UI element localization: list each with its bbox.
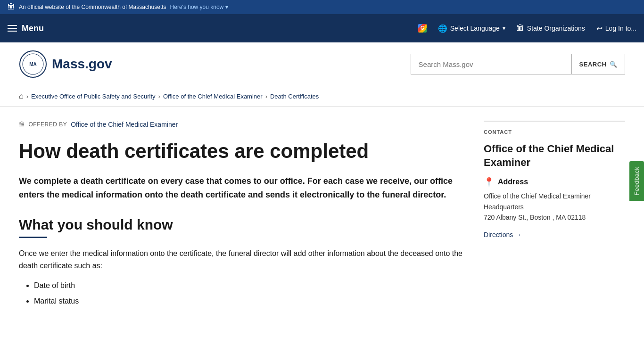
intro-text: We complete a death certificate on every… bbox=[19, 174, 465, 202]
main-container: 🏛 OFFERED BY Office of the Chief Medical… bbox=[0, 107, 644, 324]
menu-label: Menu bbox=[22, 24, 44, 33]
address-line-1: Office of the Chief Medical Examiner Hea… bbox=[484, 191, 625, 212]
list-item: Marital status bbox=[34, 295, 465, 308]
breadcrumb-separator: › bbox=[265, 93, 267, 100]
sidebar-org-name: Office of the Chief Medical Examiner bbox=[484, 142, 625, 169]
offered-by-org-link[interactable]: Office of the Chief Medical Examiner bbox=[71, 121, 178, 128]
login-link[interactable]: ↩ Log In to... bbox=[596, 24, 636, 33]
nav-right: G 🌐 Select Language ▾ 🏛 State Organizati… bbox=[418, 24, 636, 33]
bullet-list: Date of birth Marital status bbox=[19, 279, 465, 308]
map-pin-icon: 📍 bbox=[484, 177, 494, 187]
offered-by-label: OFFERED BY bbox=[29, 121, 67, 128]
content-area: 🏛 OFFERED BY Office of the Chief Medical… bbox=[19, 107, 465, 324]
hamburger-icon bbox=[8, 25, 17, 32]
search-icon: 🔍 bbox=[610, 61, 618, 68]
address-title: 📍 Address bbox=[484, 177, 625, 187]
search-button-label: SEARCH bbox=[579, 61, 607, 68]
section-heading: What you should know bbox=[19, 217, 465, 233]
chevron-down-icon: ▾ bbox=[503, 25, 505, 32]
search-input[interactable] bbox=[411, 54, 571, 74]
directions-link[interactable]: Directions → bbox=[484, 231, 625, 239]
contact-header: CONTACT bbox=[484, 121, 625, 135]
mass-gov-seal: MA bbox=[19, 50, 47, 78]
google-translate-icon[interactable]: G bbox=[418, 24, 427, 33]
language-label: Select Language bbox=[450, 25, 500, 32]
top-banner: 🏛 An official website of the Commonwealt… bbox=[0, 0, 644, 14]
address-section: 📍 Address Office of the Chief Medical Ex… bbox=[484, 177, 625, 239]
breadcrumb-separator: › bbox=[26, 93, 28, 100]
breadcrumb: ⌂ › Executive Office of Public Safety an… bbox=[0, 86, 644, 107]
language-selector[interactable]: 🌐 Select Language ▾ bbox=[438, 24, 505, 33]
address-line-2: 720 Albany St., Boston , MA 02118 bbox=[484, 212, 625, 222]
breadcrumb-separator: › bbox=[158, 93, 160, 100]
feedback-tab[interactable]: Feedback bbox=[629, 161, 644, 201]
search-button[interactable]: SEARCH 🔍 bbox=[571, 54, 625, 74]
state-orgs-label: State Organizations bbox=[527, 25, 585, 32]
site-header: MA Mass.gov SEARCH 🔍 bbox=[0, 42, 644, 86]
login-label: Log In to... bbox=[605, 25, 636, 32]
building-icon: 🏛 bbox=[517, 24, 524, 33]
breadcrumb-item-2[interactable]: Office of the Chief Medical Examiner bbox=[163, 93, 263, 100]
body-text: Once we enter the medical information on… bbox=[19, 247, 465, 272]
official-text: An official website of the Commonwealth … bbox=[19, 4, 166, 10]
home-icon[interactable]: ⌂ bbox=[19, 92, 24, 100]
nav-bar: Menu G 🌐 Select Language ▾ 🏛 State Organ… bbox=[0, 14, 644, 42]
page-title: How death certificates are completed bbox=[19, 140, 465, 163]
sidebar: CONTACT Office of the Chief Medical Exam… bbox=[484, 107, 625, 324]
list-item: Date of birth bbox=[34, 279, 465, 293]
breadcrumb-item-3[interactable]: Death Certificates bbox=[270, 93, 319, 100]
menu-button[interactable]: Menu bbox=[8, 24, 44, 33]
building-offered-icon: 🏛 bbox=[19, 121, 25, 128]
state-organizations-link[interactable]: 🏛 State Organizations bbox=[517, 24, 585, 33]
breadcrumb-item-1[interactable]: Executive Office of Public Safety and Se… bbox=[31, 93, 156, 100]
svg-text:MA: MA bbox=[29, 62, 37, 67]
search-area: SEARCH 🔍 bbox=[411, 54, 625, 74]
logo-link[interactable]: MA Mass.gov bbox=[19, 50, 112, 78]
know-link[interactable]: Here's how you know ▾ bbox=[170, 4, 229, 10]
address-title-text: Address bbox=[498, 178, 528, 186]
offered-by-bar: 🏛 OFFERED BY Office of the Chief Medical… bbox=[19, 121, 465, 128]
logo-text: Mass.gov bbox=[52, 57, 112, 72]
chevron-down-icon: ▾ bbox=[225, 4, 228, 10]
globe-icon: 🌐 bbox=[438, 24, 447, 33]
massachusetts-seal-icon: 🏛 bbox=[8, 3, 15, 11]
section-heading-underline bbox=[19, 237, 47, 238]
know-link-label: Here's how you know bbox=[170, 4, 224, 10]
login-icon: ↩ bbox=[596, 24, 603, 33]
